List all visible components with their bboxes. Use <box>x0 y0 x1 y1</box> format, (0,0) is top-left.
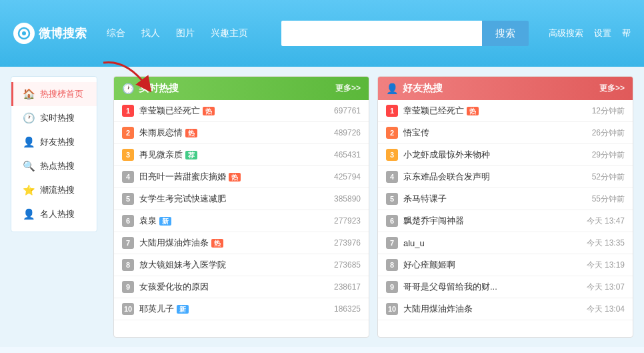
item-time: 今天 13:35 <box>578 238 625 249</box>
sidebar-item-home[interactable]: 🏠 热搜榜首页 <box>11 82 97 106</box>
rank-badge: 5 <box>122 193 134 205</box>
sidebar-label-hotpoints: 热点热搜 <box>40 160 75 172</box>
sidebar-item-realtime[interactable]: 🕐 实时热搜 <box>11 106 97 130</box>
item-text: 放大镜姐妹考入医学院 <box>139 259 315 271</box>
friend-panel-title-area: 👤 好友热搜 <box>386 82 443 95</box>
friend-list: 1 章莹颖已经死亡热 12分钟前 2 悟宝传 26分钟前 3 小龙虾成最惊外来物… <box>378 100 633 320</box>
friend-list-item[interactable]: 10 大陆用煤油炸油条 今天 13:04 <box>378 298 633 320</box>
friend-list-item[interactable]: 9 哥哥是父母留给我的财... 今天 13:07 <box>378 276 633 298</box>
search-input[interactable] <box>281 21 482 46</box>
tag-new: 新 <box>159 217 171 226</box>
rank-badge: 3 <box>386 149 398 161</box>
friend-list-item[interactable]: 3 小龙虾成最惊外来物种 29分钟前 <box>378 144 633 166</box>
nav-images[interactable]: 图片 <box>176 27 195 39</box>
search-button[interactable]: 搜索 <box>482 21 529 46</box>
realtime-list-item[interactable]: 2 朱雨辰恋情热 489726 <box>114 122 369 144</box>
header-links: 高级搜索 设置 帮 <box>549 27 631 39</box>
help-link[interactable]: 帮 <box>622 27 631 39</box>
friend-list-item[interactable]: 8 好心痊颤姬啊 今天 13:19 <box>378 254 633 276</box>
item-time: 29分钟前 <box>578 149 625 161</box>
item-text: 耶英儿子新 <box>139 303 315 315</box>
item-text: 女学生考完试快速减肥 <box>139 193 315 205</box>
item-text: 章莹颖已经死亡热 <box>139 105 315 117</box>
friend-list-item[interactable]: 2 悟宝传 26分钟前 <box>378 122 633 144</box>
rank-badge: 2 <box>386 127 398 139</box>
friend-user-icon: 👤 <box>386 83 399 95</box>
item-text: 袁泉新 <box>139 215 315 227</box>
advanced-search-link[interactable]: 高级搜索 <box>549 27 583 39</box>
item-time: 12分钟前 <box>578 105 625 117</box>
nav-interests[interactable]: 兴趣主页 <box>211 27 248 39</box>
rank-badge: 7 <box>386 237 398 249</box>
realtime-list-item[interactable]: 4 田亮叶一茜甜蜜庆摘婚热 425794 <box>114 166 369 188</box>
tag-hot: 热 <box>211 239 223 248</box>
realtime-list-item[interactable]: 10 耶英儿子新 186325 <box>114 298 369 320</box>
rank-badge: 4 <box>122 171 134 183</box>
item-text: 女孩爱化妆的原因 <box>139 281 315 293</box>
sidebar-label-friends: 好友热搜 <box>40 136 75 148</box>
item-text: alu_u <box>403 238 573 248</box>
realtime-list-item[interactable]: 9 女孩爱化妆的原因 238617 <box>114 276 369 298</box>
logo-icon <box>13 23 35 44</box>
header: 微博搜索 综合 找人 图片 兴趣主页 搜索 高级搜索 设置 帮 <box>0 0 644 67</box>
sidebar-item-hotpoints[interactable]: 🔍 热点热搜 <box>11 154 97 178</box>
realtime-list-item[interactable]: 3 再见微亲质荐 465431 <box>114 144 369 166</box>
sidebar-label-home: 热搜榜首页 <box>40 88 83 100</box>
realtime-list-item[interactable]: 1 章莹颖已经死亡热 697761 <box>114 100 369 122</box>
item-count: 238617 <box>321 282 361 292</box>
item-count: 465431 <box>321 150 361 159</box>
item-text: 章莹颖已经死亡热 <box>403 105 573 117</box>
sidebar-item-trends[interactable]: ⭐ 潮流热搜 <box>11 178 97 202</box>
item-text: 飘楚乔宇闯神器 <box>403 215 573 227</box>
sidebar-label-trends: 潮流热搜 <box>40 184 75 196</box>
item-time: 今天 13:04 <box>578 304 625 315</box>
item-text: 京东难品会联合发声明 <box>403 171 573 183</box>
friend-panel-title: 好友热搜 <box>403 82 443 95</box>
tag-hot: 热 <box>229 173 241 182</box>
friend-list-item[interactable]: 4 京东难品会联合发声明 52分钟前 <box>378 166 633 188</box>
friend-more-link[interactable]: 更多>> <box>599 83 625 94</box>
tag-hot: 热 <box>203 107 215 115</box>
rank-badge: 10 <box>122 303 134 315</box>
tag-rec: 荐 <box>185 151 197 159</box>
main-nav: 综合 找人 图片 兴趣主页 <box>107 27 248 39</box>
friends-icon: 👤 <box>23 136 35 148</box>
realtime-more-link[interactable]: 更多>> <box>335 83 361 94</box>
sidebar-item-friends[interactable]: 👤 好友热搜 <box>11 130 97 154</box>
nav-comprehensive[interactable]: 综合 <box>107 27 125 39</box>
panels: 🕐 实时热搜 更多>> 1 章莹颖已经死亡热 697761 2 朱雨辰恋情热 4… <box>113 76 633 338</box>
friend-list-item[interactable]: 5 杀马特课子 55分钟前 <box>378 188 633 210</box>
item-count: 697761 <box>321 106 361 115</box>
realtime-list-item[interactable]: 7 大陆用煤油炸油条热 273976 <box>114 232 369 254</box>
item-count: 425794 <box>321 172 361 182</box>
realtime-list-item[interactable]: 8 放大镜姐妹考入医学院 273685 <box>114 254 369 276</box>
item-text: 哥哥是父母留给我的财... <box>403 281 573 293</box>
svg-point-1 <box>22 31 26 35</box>
realtime-list-item[interactable]: 6 袁泉新 277923 <box>114 210 369 232</box>
nav-people[interactable]: 找人 <box>141 27 160 39</box>
tag-hot: 热 <box>185 129 197 137</box>
sidebar-label-celebs: 名人热搜 <box>40 208 75 220</box>
friend-list-item[interactable]: 6 飘楚乔宇闯神器 今天 13:47 <box>378 210 633 232</box>
rank-badge: 9 <box>122 281 134 293</box>
settings-link[interactable]: 设置 <box>594 27 611 39</box>
realtime-list-item[interactable]: 5 女学生考完试快速减肥 385890 <box>114 188 369 210</box>
search-icon: 🔍 <box>23 160 35 172</box>
rank-badge: 6 <box>386 215 398 227</box>
item-text: 大陆用煤油炸油条热 <box>139 237 315 249</box>
item-text: 再见微亲质荐 <box>139 149 315 161</box>
item-text: 田亮叶一茜甜蜜庆摘婚热 <box>139 171 315 183</box>
item-time: 26分钟前 <box>578 127 625 139</box>
star-icon: ⭐ <box>23 184 35 196</box>
red-arrow <box>100 56 153 98</box>
sidebar-item-celebs[interactable]: 👤 名人热搜 <box>11 202 97 226</box>
realtime-list: 1 章莹颖已经死亡热 697761 2 朱雨辰恋情热 489726 3 再见微亲… <box>114 100 369 320</box>
item-count: 277923 <box>321 216 361 226</box>
rank-badge: 8 <box>386 259 398 271</box>
rank-badge: 3 <box>122 149 134 161</box>
item-count: 273976 <box>321 238 361 248</box>
clock-icon: 🕐 <box>23 112 35 124</box>
item-count: 489726 <box>321 128 361 137</box>
friend-list-item[interactable]: 1 章莹颖已经死亡热 12分钟前 <box>378 100 633 122</box>
friend-list-item[interactable]: 7 alu_u 今天 13:35 <box>378 232 633 254</box>
